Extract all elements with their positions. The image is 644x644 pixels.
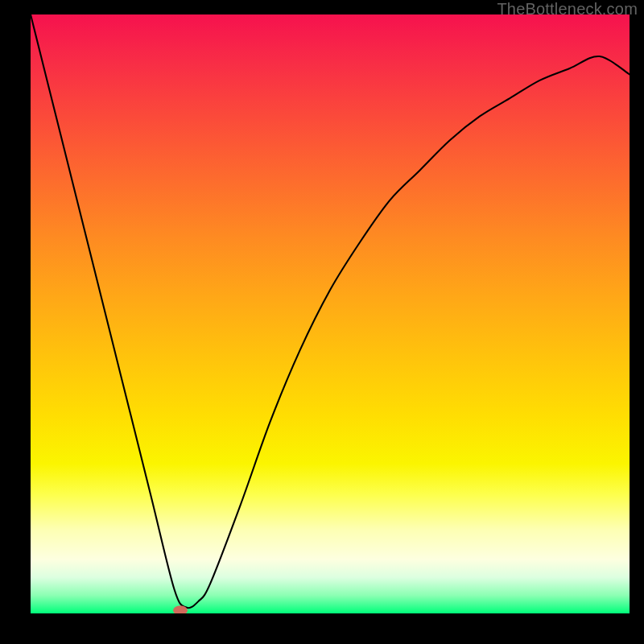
chart-container: TheBottleneck.com xyxy=(0,0,644,644)
curve-svg xyxy=(31,14,630,613)
bottleneck-curve xyxy=(31,14,630,608)
plot-area xyxy=(31,14,630,613)
